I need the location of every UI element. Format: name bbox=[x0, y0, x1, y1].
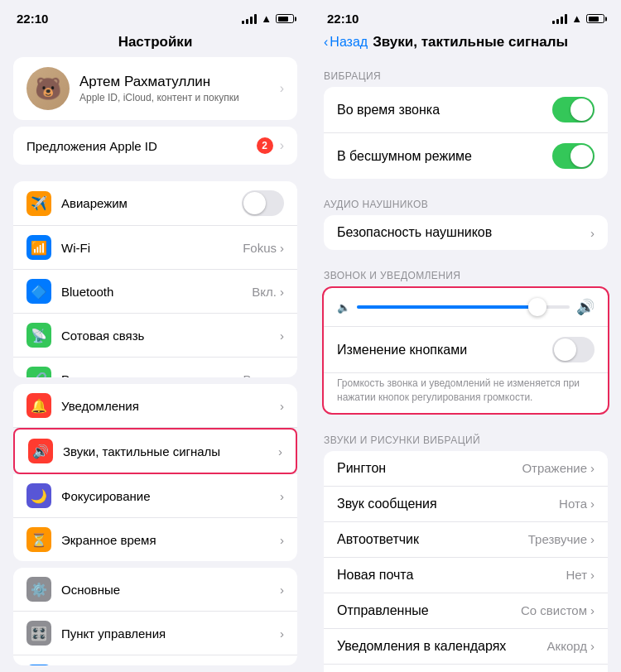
list-item[interactable]: 🔷Bluetooth Вкл.› bbox=[13, 270, 297, 314]
new-mail-row[interactable]: Новая почта Нет› bbox=[324, 558, 608, 593]
right-status-time: 22:10 bbox=[327, 12, 359, 26]
volume-low-icon: 🔈 bbox=[337, 301, 350, 314]
headphones-section-header: АУДИО НАУШНИКОВ bbox=[310, 185, 621, 215]
volume-slider[interactable]: 🔈 🔊 bbox=[337, 298, 595, 316]
focus-icon: 🌙 bbox=[26, 483, 51, 508]
right-wifi-icon: ▲ bbox=[571, 12, 582, 25]
apple-id-suggestion-row[interactable]: Предложения Apple ID 2 › bbox=[13, 127, 297, 165]
control-center-row[interactable]: 🎛️Пункт управления › bbox=[13, 612, 297, 655]
settings-group-2-container: 🔔Уведомления › 🔊Звуки, тактильные сигнал… bbox=[13, 384, 297, 561]
right-nav: ‹ Назад Звуки, тактильные сигналы bbox=[310, 31, 621, 57]
display-row[interactable]: AAЭкран и яркость › bbox=[13, 655, 297, 665]
list-item[interactable]: 📡Сотовая связь › bbox=[13, 314, 297, 358]
calendar-notifications-chevron-icon: › bbox=[590, 639, 595, 653]
screen-time-row[interactable]: ⏳Экранное время › bbox=[13, 518, 297, 561]
button-change-toggle[interactable] bbox=[552, 337, 595, 362]
button-change-row[interactable]: Изменение кнопками bbox=[324, 327, 608, 373]
vibration-group: Во время звонка В бесшумном режиме bbox=[324, 87, 608, 179]
volume-note: Громкость звонка и уведомлений не изменя… bbox=[324, 373, 608, 413]
profile-name: Артем Рахматуллин bbox=[79, 74, 239, 90]
vibration-during-call-row[interactable]: Во время звонка bbox=[324, 87, 608, 133]
cellular-icon: 📡 bbox=[26, 323, 51, 348]
signal-bars-icon bbox=[242, 14, 257, 24]
vibration-silent-toggle[interactable] bbox=[552, 143, 595, 169]
message-sound-row[interactable]: Звук сообщения Нота› bbox=[324, 487, 608, 522]
vibration-silent-row[interactable]: В бесшумном режиме bbox=[324, 133, 608, 179]
airplane-toggle[interactable] bbox=[242, 190, 284, 216]
button-change-label: Изменение кнопками bbox=[337, 343, 467, 358]
back-button[interactable]: ‹ Назад bbox=[324, 35, 368, 50]
headphone-safety-chevron-icon: › bbox=[590, 226, 595, 240]
profile-chevron-icon: › bbox=[280, 81, 284, 96]
new-mail-chevron-icon: › bbox=[590, 568, 595, 582]
vibration-section-header: ВИБРАЦИЯ bbox=[310, 57, 621, 87]
wifi-icon: ▲ bbox=[261, 12, 272, 25]
calendar-notifications-row[interactable]: Уведомления в календарях Аккорд› bbox=[324, 629, 608, 665]
voicemail-row[interactable]: Автоответчик Трезвучие› bbox=[324, 522, 608, 558]
profile-subtitle: Apple ID, iCloud, контент и покупки bbox=[79, 92, 239, 103]
back-chevron-icon: ‹ bbox=[324, 35, 328, 50]
ringtone-row[interactable]: Рингтон Отражение› bbox=[324, 451, 608, 487]
control-center-icon: 🎛️ bbox=[26, 621, 51, 646]
headphone-safety-row[interactable]: Безопасность наушников › bbox=[324, 215, 608, 250]
suggestion-badge: 2 bbox=[257, 137, 273, 154]
avatar: 🐻 bbox=[26, 67, 70, 110]
headphone-safety-label: Безопасность наушников bbox=[337, 225, 492, 240]
volume-thumb[interactable] bbox=[528, 298, 546, 316]
wifi-settings-icon: 📶 bbox=[26, 235, 51, 260]
notifications-row-container: 🔔Уведомления › bbox=[13, 384, 297, 428]
list-item[interactable]: ✈️Авиарежим bbox=[13, 181, 297, 226]
volume-track[interactable] bbox=[357, 305, 570, 309]
sounds-section-header: ЗВУКИ И РИСУНКИ ВИБРАЦИЙ bbox=[310, 421, 621, 451]
voicemail-label: Автоответчик bbox=[337, 532, 419, 547]
sounds-icon: 🔊 bbox=[28, 439, 53, 463]
message-sound-chevron-icon: › bbox=[590, 497, 595, 511]
headphones-group: Безопасность наушников › bbox=[324, 215, 608, 250]
message-sound-label: Звук сообщения bbox=[337, 497, 437, 511]
message-sound-value: Нота bbox=[559, 497, 587, 511]
left-status-icons: ▲ bbox=[242, 12, 294, 25]
ringtone-chevron-icon: › bbox=[590, 461, 595, 475]
list-item[interactable]: 🔗Режим модема Выкл.› bbox=[13, 358, 297, 377]
suggestion-label: Предложения Apple ID bbox=[26, 139, 157, 153]
list-item[interactable]: 📶Wi-Fi Fokus› bbox=[13, 226, 297, 270]
voicemail-value: Трезвучие bbox=[528, 532, 587, 546]
right-signal-bars-icon bbox=[552, 14, 567, 24]
notifications-row[interactable]: 🔔Уведомления › bbox=[13, 384, 297, 428]
profile-info: Артем Рахматуллин Apple ID, iCloud, конт… bbox=[79, 74, 239, 103]
display-icon: AA bbox=[26, 665, 51, 665]
sounds-highlighted-row[interactable]: 🔊Звуки, тактильные сигналы › bbox=[13, 428, 297, 474]
right-page-title: Звуки, тактильные сигналы bbox=[373, 34, 568, 50]
ringtone-label: Рингтон bbox=[337, 461, 386, 476]
sent-mail-row[interactable]: Отправленные Со свистом› bbox=[324, 593, 608, 629]
general-row[interactable]: ⚙️Основные › bbox=[13, 568, 297, 612]
voicemail-chevron-icon: › bbox=[590, 532, 595, 546]
ringtone-section-header: ЗВОНОК И УВЕДОМЛЕНИЯ bbox=[310, 257, 621, 286]
left-status-bar: 22:10 ▲ bbox=[0, 0, 310, 31]
suggestion-chevron-icon: › bbox=[280, 138, 284, 153]
sent-mail-chevron-icon: › bbox=[590, 603, 595, 617]
vibration-during-call-label: Во время звонка bbox=[337, 103, 440, 118]
sounds-group: Рингтон Отражение› Звук сообщения Нота› … bbox=[324, 451, 608, 672]
general-icon: ⚙️ bbox=[26, 577, 51, 602]
focus-row[interactable]: 🌙Фокусирование › bbox=[13, 474, 297, 518]
sent-mail-value: Со свистом bbox=[521, 603, 587, 617]
profile-row[interactable]: 🐻 Артем Рахматуллин Apple ID, iCloud, ко… bbox=[13, 57, 297, 120]
hotspot-icon: 🔗 bbox=[26, 367, 51, 377]
focus-time-rows: 🌙Фокусирование › ⏳Экранное время › bbox=[13, 474, 297, 561]
vibration-during-call-toggle[interactable] bbox=[552, 97, 595, 122]
left-nav-title: Настройки bbox=[0, 31, 310, 57]
right-battery-icon bbox=[586, 14, 604, 23]
vibration-silent-label: В бесшумном режиме bbox=[337, 149, 472, 164]
new-mail-value: Нет bbox=[566, 568, 587, 582]
notifications-sound-row[interactable]: Уведомления Аккорд› bbox=[324, 665, 608, 672]
suggestion-badge-area: 2 › bbox=[257, 137, 284, 154]
volume-high-icon: 🔊 bbox=[576, 298, 595, 316]
notifications-icon: 🔔 bbox=[26, 393, 51, 418]
sounds-row[interactable]: 🔊Звуки, тактильные сигналы › bbox=[15, 430, 296, 473]
new-mail-label: Новая почта bbox=[337, 568, 413, 583]
right-scroll-area: ВИБРАЦИЯ Во время звонка В бесшумном реж… bbox=[310, 57, 621, 672]
volume-row: 🔈 🔊 bbox=[324, 288, 608, 327]
profile-left: 🐻 Артем Рахматуллин Apple ID, iCloud, ко… bbox=[26, 67, 239, 110]
bluetooth-icon: 🔷 bbox=[26, 279, 51, 304]
